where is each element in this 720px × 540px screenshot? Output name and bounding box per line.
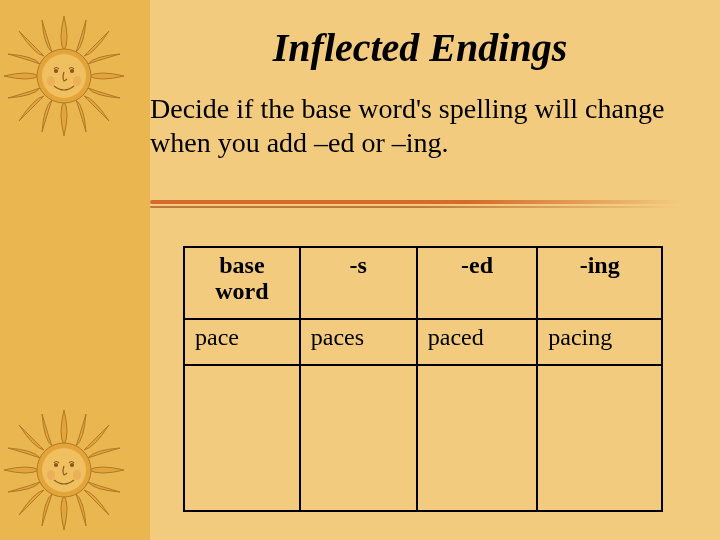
slide: Inflected Endings Decide if the base wor…: [0, 0, 720, 540]
header-base-word: base word: [184, 247, 300, 319]
cell-ing: pacing: [537, 319, 662, 365]
inflection-table: base word -s -ed -ing pace paces paced p…: [183, 246, 663, 512]
cell-empty: [300, 365, 417, 511]
divider-line: [150, 200, 680, 210]
header-ing: -ing: [537, 247, 662, 319]
cell-s: paces: [300, 319, 417, 365]
table-row: [184, 365, 662, 511]
cell-empty: [184, 365, 300, 511]
slide-title: Inflected Endings: [160, 24, 680, 71]
cell-empty: [417, 365, 538, 511]
table-row: pace paces paced pacing: [184, 319, 662, 365]
cell-empty: [537, 365, 662, 511]
header-s: -s: [300, 247, 417, 319]
header-ed: -ed: [417, 247, 538, 319]
cell-ed: paced: [417, 319, 538, 365]
slide-subtitle: Decide if the base word's spelling will …: [150, 92, 690, 159]
cell-base-word: pace: [184, 319, 300, 365]
table-header-row: base word -s -ed -ing: [184, 247, 662, 319]
content-area: Inflected Endings Decide if the base wor…: [0, 0, 720, 540]
